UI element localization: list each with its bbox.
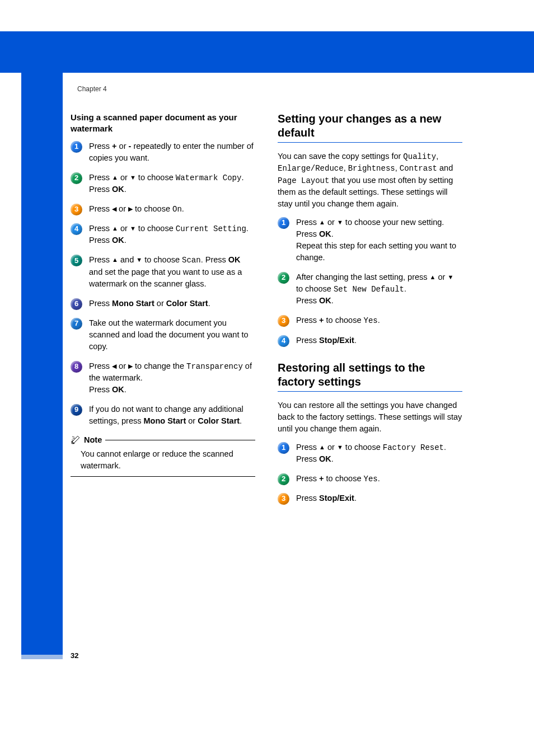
step-item: 3Press ◀ or ▶ to choose On. (71, 203, 255, 215)
step-badge-icon: 9 (71, 404, 82, 416)
step-body: Press Stop/Exit. (296, 335, 462, 346)
step-body: After changing the last setting, press ▲… (296, 271, 462, 307)
header-band (0, 31, 534, 73)
step-item: 4Press ▲ or ▼ to choose Current Setting.… (71, 223, 255, 246)
step-item: 7Take out the watermark document you sca… (71, 317, 255, 353)
step-item: 5Press ▲ and ▼ to choose Scan. Press OK … (71, 254, 255, 289)
step-item: 2After changing the last setting, press … (278, 271, 462, 307)
right-steps-a: 1Press ▲ or ▼ to choose your new setting… (278, 217, 462, 346)
step-body: Press ▲ and ▼ to choose Scan. Press OK a… (89, 254, 255, 289)
note-block: Note You cannot enlarge or reduce the sc… (71, 435, 255, 477)
step-item: 1Press ▲ or ▼ to choose your new setting… (278, 217, 462, 264)
step-badge-icon: 4 (278, 335, 289, 347)
note-label: Note (84, 435, 102, 444)
t: , (436, 152, 438, 161)
step-body: Press ◀ or ▶ to choose On. (89, 203, 255, 215)
mono: Brightness (348, 164, 395, 173)
page-root: Chapter 4 32 Using a scanned paper docum… (0, 0, 534, 756)
step-body: Press Stop/Exit. (296, 492, 462, 504)
left-column: Using a scanned paper document as your w… (71, 112, 255, 512)
step-badge-icon: 3 (71, 204, 82, 215)
step-body: Press ▲ or ▼ to choose your new setting.… (296, 217, 462, 264)
note-text: You cannot enlarge or reduce the scanned… (71, 448, 255, 477)
step-badge-icon: 3 (278, 493, 289, 505)
step-item: 6Press Mono Start or Color Start. (71, 298, 255, 309)
step-badge-icon: 2 (278, 473, 289, 485)
side-band (21, 31, 63, 658)
page-number: 32 (71, 651, 78, 660)
step-badge-icon: 8 (71, 361, 82, 373)
step-badge-icon: 5 (71, 255, 82, 266)
right-h2-b-rule (278, 391, 462, 392)
step-item: 1Press ▲ or ▼ to choose Factory Reset.Pr… (278, 442, 462, 465)
t: , (344, 163, 348, 172)
step-badge-icon: 1 (71, 141, 82, 153)
left-steps: 1Press + or - repeatedly to enter the nu… (71, 140, 255, 428)
right-steps-b: 1Press ▲ or ▼ to choose Factory Reset.Pr… (278, 442, 462, 505)
t: and (437, 163, 453, 172)
step-badge-icon: 2 (71, 172, 82, 184)
t: , (395, 163, 400, 172)
step-item: 3Press + to choose Yes. (278, 314, 462, 326)
step-body: Press Mono Start or Color Start. (89, 298, 255, 309)
right-h2-a-rule (278, 142, 462, 143)
step-body: Press + to choose Yes. (296, 314, 462, 326)
step-body: Press + to choose Yes. (296, 473, 462, 485)
step-item: 3Press Stop/Exit. (278, 492, 462, 504)
t: You can save the copy settings for (278, 152, 403, 161)
step-item: 4Press Stop/Exit. (278, 335, 462, 346)
step-body: Press ▲ or ▼ to choose Current Setting.P… (89, 223, 255, 246)
right-h2-a: Setting your changes as a new default (278, 112, 462, 140)
step-item: 9If you do not want to change any additi… (71, 403, 255, 427)
step-body: Press ◀ or ▶ to change the Transparency … (89, 360, 255, 396)
step-badge-icon: 2 (278, 272, 289, 284)
mono: Contrast (400, 164, 437, 173)
step-item: 2Press ▲ or ▼ to choose Watermark Copy.P… (71, 172, 255, 195)
step-body: Take out the watermark document you scan… (89, 317, 255, 353)
right-h2-b: Restoring all settings to the factory se… (278, 361, 462, 389)
chapter-label: Chapter 4 (77, 85, 107, 93)
step-badge-icon: 1 (278, 217, 289, 229)
step-body: Press ▲ or ▼ to choose Watermark Copy.Pr… (89, 172, 255, 195)
step-item: 2Press + to choose Yes. (278, 473, 462, 485)
step-badge-icon: 6 (71, 298, 82, 310)
step-body: If you do not want to change any additio… (89, 403, 255, 427)
mono: Enlarge/Reduce (278, 164, 344, 173)
mono: Page Layout (278, 176, 329, 185)
step-badge-icon: 7 (71, 318, 82, 330)
step-badge-icon: 1 (278, 442, 289, 454)
step-badge-icon: 3 (278, 315, 289, 327)
content-columns: Using a scanned paper document as your w… (71, 112, 462, 512)
right-para-b: You can restore all the settings you hav… (278, 400, 462, 435)
step-body: Press + or - repeatedly to enter the num… (89, 140, 255, 164)
note-top-rule (105, 440, 255, 440)
right-column: Setting your changes as a new default Yo… (278, 112, 462, 512)
right-para-a: You can save the copy settings for Quali… (278, 151, 462, 210)
footer-accent (21, 655, 63, 659)
note-icon (71, 435, 81, 445)
step-item: 1Press + or - repeatedly to enter the nu… (71, 140, 255, 164)
left-section-title: Using a scanned paper document as your w… (71, 112, 255, 135)
mono: Quality (403, 152, 436, 161)
step-item: 8Press ◀ or ▶ to change the Transparency… (71, 360, 255, 396)
step-badge-icon: 4 (71, 223, 82, 235)
step-body: Press ▲ or ▼ to choose Factory Reset.Pre… (296, 442, 462, 465)
